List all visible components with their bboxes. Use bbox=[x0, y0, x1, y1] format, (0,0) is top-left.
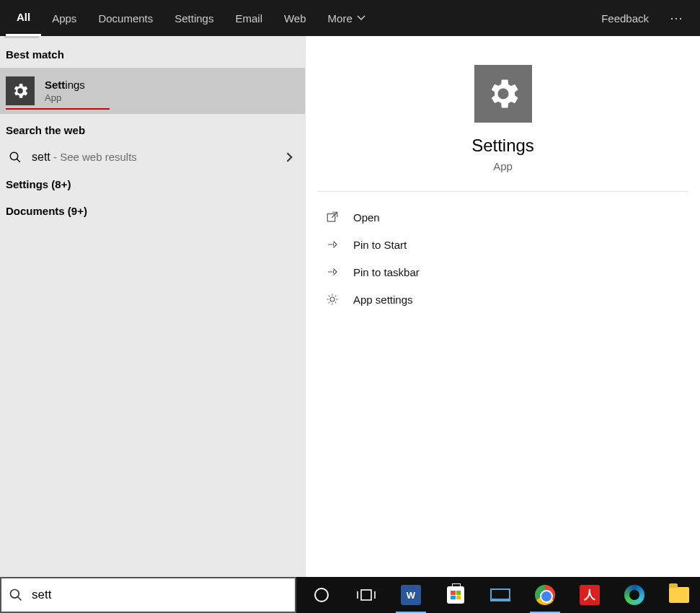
gear-icon bbox=[474, 65, 532, 123]
edge-icon[interactable] bbox=[613, 577, 655, 613]
tab-email[interactable]: Email bbox=[224, 0, 273, 36]
store-icon[interactable] bbox=[435, 577, 477, 613]
best-match-title: Settings bbox=[45, 79, 85, 91]
action-pin-taskbar[interactable]: Pin to taskbar bbox=[306, 258, 700, 286]
feedback-link[interactable]: Feedback bbox=[590, 0, 660, 36]
search-icon bbox=[9, 588, 23, 602]
svg-rect-6 bbox=[361, 590, 371, 600]
preview-subtitle: App bbox=[493, 160, 513, 172]
gear-icon bbox=[326, 293, 347, 306]
bottom-bar: W 人 bbox=[0, 577, 700, 613]
search-icon bbox=[6, 151, 25, 164]
more-options-icon[interactable]: ⋯ bbox=[660, 10, 694, 26]
pin-icon bbox=[326, 265, 347, 278]
open-icon bbox=[326, 211, 347, 224]
preview-panel: Settings App Open Pin to Start Pi bbox=[305, 36, 700, 577]
tab-apps[interactable]: Apps bbox=[41, 0, 87, 36]
search-web-header: Search the web bbox=[0, 114, 305, 144]
svg-line-1 bbox=[17, 159, 20, 162]
svg-line-4 bbox=[18, 597, 22, 601]
annotation-underline bbox=[6, 108, 110, 110]
best-match-subtitle: App bbox=[45, 92, 85, 103]
taskview-icon[interactable] bbox=[345, 577, 387, 613]
gear-icon bbox=[6, 76, 35, 105]
action-label: Open bbox=[353, 211, 380, 224]
search-filter-bar: All Apps Documents Settings Email Web Mo… bbox=[0, 0, 700, 36]
results-panel: Best match Settings App Search the web s… bbox=[0, 36, 305, 577]
best-match-header: Best match bbox=[0, 38, 305, 68]
pdf-icon[interactable]: 人 bbox=[569, 577, 611, 613]
best-match-item[interactable]: Settings App bbox=[0, 68, 305, 114]
chrome-icon[interactable] bbox=[524, 577, 566, 613]
preview-actions: Open Pin to Start Pin to taskbar App set… bbox=[306, 192, 700, 325]
cortana-icon[interactable] bbox=[301, 577, 342, 613]
category-documents[interactable]: Documents (9+) bbox=[0, 198, 305, 224]
explorer-icon[interactable] bbox=[658, 577, 700, 613]
tab-more-label: More bbox=[328, 12, 353, 25]
pin-icon bbox=[326, 238, 347, 251]
action-pin-start[interactable]: Pin to Start bbox=[306, 231, 700, 258]
web-result-item[interactable]: sett - See web results bbox=[0, 144, 305, 171]
tab-documents[interactable]: Documents bbox=[87, 0, 164, 36]
search-box[interactable] bbox=[0, 577, 296, 613]
svg-point-5 bbox=[315, 588, 328, 601]
web-result-label: sett - See web results bbox=[32, 151, 137, 164]
svg-point-3 bbox=[11, 590, 19, 599]
preview-title: Settings bbox=[471, 136, 534, 156]
action-label: Pin to Start bbox=[353, 239, 407, 251]
taskbar: W 人 bbox=[296, 577, 700, 613]
search-input[interactable] bbox=[32, 588, 288, 602]
tab-more[interactable]: More bbox=[317, 0, 376, 36]
tab-all[interactable]: All bbox=[6, 0, 41, 36]
action-label: App settings bbox=[353, 294, 413, 306]
tab-web[interactable]: Web bbox=[273, 0, 317, 36]
chevron-down-icon bbox=[357, 14, 365, 22]
action-open[interactable]: Open bbox=[306, 203, 700, 231]
tab-settings[interactable]: Settings bbox=[164, 0, 224, 36]
action-app-settings[interactable]: App settings bbox=[306, 286, 700, 313]
category-settings[interactable]: Settings (8+) bbox=[0, 171, 305, 198]
svg-point-0 bbox=[10, 152, 18, 160]
word-icon[interactable]: W bbox=[390, 577, 432, 613]
action-label: Pin to taskbar bbox=[353, 266, 420, 278]
chevron-right-icon[interactable] bbox=[285, 152, 295, 162]
laptop-icon[interactable] bbox=[479, 577, 521, 613]
